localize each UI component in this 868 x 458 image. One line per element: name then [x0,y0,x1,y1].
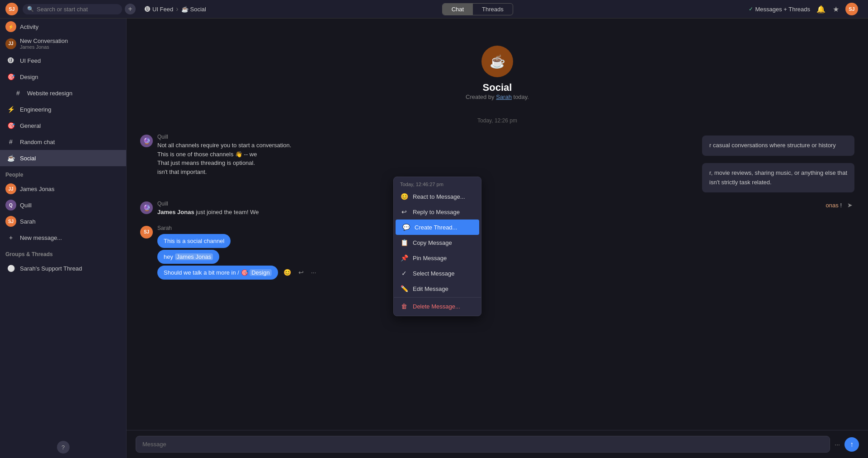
notifications-button[interactable]: 🔔 [816,4,826,14]
search-bar[interactable]: 🔍 Search or start chat [23,4,122,14]
channel-header: ☕ Social Created by Sarah today. [140,28,854,109]
sidebar-item-design[interactable]: 🎯 Design [0,69,126,85]
scroll-right-btn[interactable]: ➤ [845,201,854,210]
reply-btn[interactable]: ↩ [297,268,306,277]
thread-icon: 💬 [402,223,410,231]
design-icon: 🎯 [5,71,16,82]
input-more-btn[interactable]: ··· [835,441,840,448]
reply-icon: ↩ [400,208,408,216]
quill-joined-content: Quill James Jonas just joined the team! … [157,201,812,217]
sarah-bubble-group: SJ Sarah This is a social channel hey Ja… [140,225,854,280]
quill-msg-2: This is one of those channels 👋 -- we [157,150,689,159]
chat-messages: ☕ Social Created by Sarah today. Today, … [127,19,868,430]
context-create-thread[interactable]: 💬 Create Thread... [396,220,479,235]
ui-feed-icon: 🅤 [5,55,16,66]
message-input[interactable] [136,436,830,453]
add-button[interactable]: + [125,4,136,14]
channel-created: Created by Sarah today. [466,93,529,100]
support-thread-icon: ⚪ [5,263,16,274]
sidebar-item-engineering[interactable]: ⚡ Engineering [0,101,126,117]
send-button[interactable]: ↑ [844,437,859,452]
chat-area: ☕ Social Created by Sarah today. Today, … [127,19,868,458]
activity-icon: ⚡ [5,21,16,32]
james-avatar: JJ [5,183,16,194]
website-redesign-icon: # [13,88,24,98]
bubble-hey: hey James Jonas [157,250,219,264]
sidebar-item-random-chat[interactable]: # Random chat [0,134,126,150]
sarah-bubble-messages: Sarah This is a social channel hey James… [157,225,318,280]
tab-group: Chat Threads [442,3,513,15]
sidebar-section-groups: Groups & Threads [0,246,126,260]
general-icon: 🎯 [5,120,16,131]
breadcrumb-sep: › [176,5,178,13]
quill-msg-3: That just means threading is optional. [157,159,689,168]
search-input[interactable]: Search or start chat [37,6,88,13]
channel-name: Social [483,82,512,93]
context-reply-to-message[interactable]: ↩ Reply to Message [394,204,481,220]
sidebar-item-ui-feed[interactable]: 🅤 UI Feed [0,52,126,69]
date-divider: Today, 12:26 pm [140,117,854,124]
user-avatar-right[interactable]: SJ [845,3,858,15]
star-button[interactable]: ★ [832,4,840,14]
quill-joined-avatar: 🔮 [140,201,153,214]
breadcrumb: 🅤 UI Feed › ☕ Social [145,5,206,13]
context-menu: Today, 12:46:27 pm 😊 React to Message...… [393,177,481,316]
context-select-message[interactable]: ✓ Select Message [394,266,481,281]
sarah-bubble-avatar: SJ [140,226,153,238]
social-icon: ☕ [5,153,16,164]
tab-threads[interactable]: Threads [473,4,513,15]
sidebar-item-sarah[interactable]: SJ Sarah [0,213,126,229]
context-pin-message[interactable]: 📌 Pin Message [394,250,481,266]
emoji-reaction-btn[interactable]: 😊 [282,268,293,277]
tab-chat[interactable]: Chat [443,4,473,15]
sidebar-item-social[interactable]: ☕ Social [0,150,126,166]
new-conv-avatar: JJ [5,38,16,49]
channel-avatar: ☕ [481,46,513,77]
sidebar-item-new-message[interactable]: + New message... [0,229,126,246]
topbar-right: ✓ Messages + Threads 🔔 ★ SJ [749,3,863,15]
context-delete-message[interactable]: 🗑 Delete Message... [394,299,481,314]
feed-icon: 🅤 [145,6,151,13]
help-button[interactable]: ? [57,441,70,453]
messages-threads-label: ✓ Messages + Threads [749,6,810,13]
topbar: SJ 🔍 Search or start chat + 🅤 UI Feed › … [0,0,868,19]
sidebar-item-activity[interactable]: ⚡ Activity [0,19,126,35]
react-icon: 😊 [400,192,408,201]
delete-icon: 🗑 [400,302,408,310]
context-copy-message[interactable]: 📋 Copy Message [394,235,481,250]
sidebar-item-general[interactable]: 🎯 General [0,117,126,134]
main-layout: ⚡ Activity JJ New Conversation James Jon… [0,19,868,458]
channel-creator-link[interactable]: Sarah [496,93,512,100]
highlight-orange: onas [826,202,839,209]
engineering-icon: ⚡ [5,104,16,115]
bubble-design: Should we talk a bit more in / 🎯 Design [157,266,278,280]
edit-icon: ✏️ [400,285,408,293]
sidebar-section-people: People [0,166,126,181]
quill-avatar: Q [5,200,16,210]
sidebar-item-quill[interactable]: Q Quill [0,197,126,213]
design-link[interactable]: Design [250,269,271,276]
quill-message-content: Quill Not all channels require you to st… [157,134,689,176]
sarah-sender-name: Sarah [157,225,318,231]
quill-joined-text: James Jonas just joined the team! We [157,208,812,217]
quill-avatar-icon: 🔮 [143,137,151,145]
sarah-bubble-1: This is a social channel [157,234,318,248]
copy-icon: 📋 [400,238,408,247]
sidebar-item-james-jonas[interactable]: JJ James Jonas [0,181,126,197]
sidebar: ⚡ Activity JJ New Conversation James Jon… [0,19,127,458]
user-avatar[interactable]: SJ [5,3,18,15]
more-actions-btn[interactable]: ··· [309,268,318,277]
breadcrumb-channel: ☕ Social [181,6,206,13]
sidebar-item-website-redesign[interactable]: # Website redesign [0,85,126,101]
context-react-to-message[interactable]: 😊 React to Message... [394,189,481,204]
new-message-icon: + [5,232,16,243]
context-edit-message[interactable]: ✏️ Edit Message [394,281,481,296]
quill-joined-icon: 🔮 [143,204,151,211]
topbar-center: Chat Threads [206,3,749,15]
chat-input-area: ··· ↑ [127,430,868,458]
check-icon: ✓ [749,6,753,12]
sidebar-item-sarahs-support[interactable]: ⚪ Sarah's Support Thread [0,260,126,276]
sidebar-item-new-conversation[interactable]: JJ New Conversation James Jonas [0,35,126,52]
quill-joined-sender: Quill [157,201,812,207]
quill-message-group: 🔮 Quill Not all channels require you to … [140,134,854,194]
